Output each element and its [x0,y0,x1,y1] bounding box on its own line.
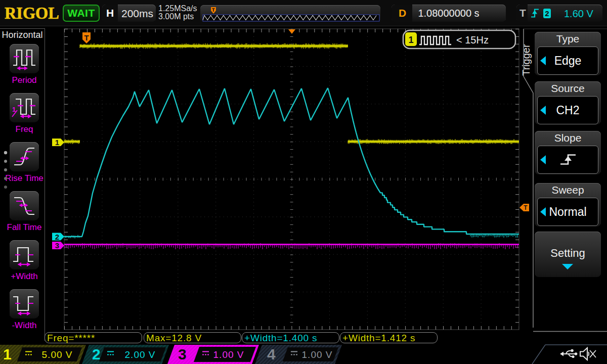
svg-text:4: 4 [267,346,276,362]
svg-text:2: 2 [92,346,101,362]
svg-text:5.00 V: 5.00 V [42,349,73,360]
svg-text:1.00 V: 1.00 V [213,349,244,360]
svg-text:3: 3 [178,346,187,362]
svg-text:2.00 V: 2.00 V [125,349,156,360]
svg-text:1.00 V: 1.00 V [302,349,333,360]
svg-text:1: 1 [3,346,12,362]
